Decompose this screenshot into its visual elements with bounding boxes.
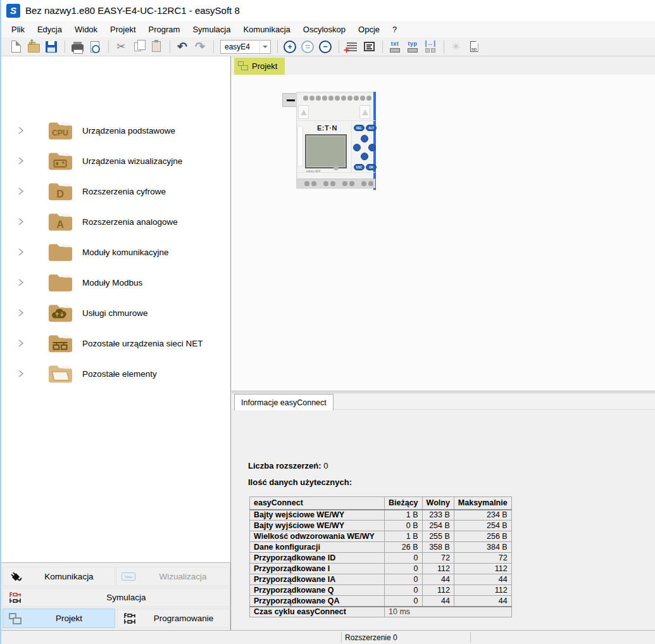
- chevron-right-icon[interactable]: [18, 248, 24, 256]
- extensions-count-value: 0: [323, 461, 328, 470]
- tree-item-label: Pozostałe elementy: [82, 369, 157, 379]
- typ-label: typ: [408, 41, 418, 47]
- tab-projekt-label: Projekt: [252, 61, 277, 71]
- view-programowanie-button[interactable]: Programowanie: [117, 609, 230, 628]
- redo-button[interactable]: ↷: [192, 39, 208, 54]
- chevron-right-icon[interactable]: [18, 156, 24, 165]
- tab-informacje-easyconnect[interactable]: Informacje easyConnect: [234, 394, 334, 410]
- easyconnect-table: easyConnect Bieżący Wolny Maksymalnie Ba…: [249, 496, 512, 617]
- menu-symulacja[interactable]: Symulacja: [186, 22, 237, 37]
- tree-item-moduly-komunikacyjne[interactable]: Moduły komunikacyjne: [1, 237, 230, 267]
- arrow-up-key: [361, 135, 368, 142]
- menu-help[interactable]: ?: [386, 22, 403, 37]
- extensions-count-label: Liczba rozszerzeń:: [248, 461, 321, 470]
- sd-card-button[interactable]: SD: [466, 39, 482, 54]
- tree-item-label: Moduły komunikacyjne: [82, 248, 169, 257]
- menu-opcje[interactable]: Opcje: [352, 22, 386, 37]
- folder-network-icon: [47, 331, 73, 355]
- printer-icon: [72, 44, 84, 52]
- title-bar: S Bez nazwy1.e80 EASY-E4-UC-12RC1 - easy…: [1, 0, 655, 21]
- tab-projekt[interactable]: Projekt: [234, 58, 285, 75]
- folder-cloud-icon: [47, 301, 73, 325]
- device-keypad: DEL ALT ESC OK: [351, 121, 377, 174]
- save-button[interactable]: [43, 39, 59, 54]
- copy-icon: [134, 42, 141, 51]
- print-preview-button[interactable]: [87, 39, 103, 54]
- view-projekt-button[interactable]: Projekt: [3, 609, 115, 628]
- tree-item-urzadzenia-wizualizacyjne[interactable]: Urządzenia wizualizacyjne: [1, 146, 230, 176]
- width-squares-icon: [425, 48, 435, 53]
- element-width-button[interactable]: |↔|: [422, 39, 439, 54]
- menu-komunikacja[interactable]: Komunikacja: [237, 22, 296, 37]
- menu-oscyloskop[interactable]: Oscyloskop: [297, 22, 352, 37]
- tree-item-moduly-modbus[interactable]: Moduły Modbus: [1, 267, 230, 298]
- tree-item-rozszerzenia-cyfrowe[interactable]: D Rozszerzenia cyfrowe: [1, 176, 230, 206]
- tree-item-label: Usługi chmurowe: [82, 308, 148, 318]
- tree-item-uslugi-chmurowe[interactable]: Usługi chmurowe: [1, 298, 230, 328]
- project-tree-icon: [238, 61, 249, 71]
- device-lcd-screen: [305, 134, 347, 168]
- ladder-simulation-icon: [7, 591, 23, 605]
- copy-button[interactable]: [130, 39, 147, 54]
- device-type-select[interactable]: easyE4: [220, 40, 271, 54]
- tree-item-pozostale-urzadzenia-net[interactable]: Pozostałe urządzenia sieci NET: [1, 328, 230, 358]
- tree-item-pozostale-elementy[interactable]: Pozostałe elementy: [1, 358, 230, 389]
- status-separator: [341, 632, 342, 643]
- folder-icon: [47, 270, 73, 294]
- project-tree-icon: [7, 613, 23, 624]
- zoom-out-button[interactable]: −: [317, 39, 334, 54]
- view-komunikacja-button[interactable]: Komunikacja: [3, 567, 115, 586]
- chevron-right-icon[interactable]: [18, 339, 24, 348]
- tree-item-rozszerzenia-analogowe[interactable]: A Rozszerzenia analogowe: [1, 206, 230, 237]
- undo-button[interactable]: ↶: [174, 39, 190, 54]
- menu-projekt[interactable]: Projekt: [104, 22, 142, 37]
- easyE4-device[interactable]: E:T·N easy-E4 DEL ALT ESC OK: [282, 92, 378, 189]
- toolbar-separator: [170, 41, 170, 53]
- project-canvas: Projekt E:T·N easy-E4 DEL ALT: [232, 56, 655, 391]
- status-extension-text: Rozszerzenie 0: [345, 633, 397, 642]
- chevron-right-icon[interactable]: [18, 308, 24, 317]
- width-arrow-icon: |↔|: [425, 41, 435, 47]
- zoom-out-icon: −: [319, 41, 332, 53]
- menu-program[interactable]: Program: [142, 22, 187, 37]
- chevron-right-icon[interactable]: [18, 278, 24, 287]
- show-type-button[interactable]: typ: [404, 39, 421, 54]
- menu-plik[interactable]: Plik: [5, 22, 31, 37]
- toolbar-separator: [339, 41, 339, 53]
- paste-button[interactable]: [148, 39, 165, 54]
- table-row: Przyporządkowane IA04444: [250, 574, 512, 585]
- view-switcher: Komunikacja Visu Wizualizacja Symulacja …: [1, 562, 231, 630]
- chevron-down-icon[interactable]: [259, 41, 270, 53]
- save-floppy-icon: [46, 41, 57, 53]
- project-info-button[interactable]: [361, 39, 377, 54]
- chevron-right-icon[interactable]: [18, 126, 24, 135]
- zoom-reset-button[interactable]: =: [299, 39, 316, 54]
- chevron-right-icon[interactable]: [18, 217, 24, 226]
- tree-item-label: Rozszerzenia analogowe: [82, 217, 178, 227]
- open-file-button[interactable]: [25, 39, 42, 54]
- view-wizualizacja-button: Visu Wizualizacja: [116, 567, 230, 586]
- print-preview-icon: [90, 41, 99, 53]
- zoom-in-button[interactable]: +: [282, 39, 298, 54]
- view-symulacja-button[interactable]: Symulacja: [3, 588, 230, 607]
- zoom-reset-icon: =: [301, 41, 314, 53]
- device-body: E:T·N easy-E4 DEL ALT ESC OK: [296, 92, 376, 189]
- typ-bar-icon: [408, 48, 418, 53]
- extensions-count-line: Liczba rozszerzeń: 0: [248, 461, 328, 470]
- cut-button[interactable]: ✂: [113, 39, 129, 54]
- show-text-button[interactable]: txt: [387, 39, 403, 54]
- cycle-time-label: Czas cyklu easyConnect: [250, 607, 385, 617]
- tree-item-urzadzenia-podstawowe[interactable]: CPU Urządzenia podstawowe: [1, 115, 230, 146]
- menu-bar: Plik Edycja Widok Projekt Program Symula…: [1, 21, 655, 37]
- menu-widok[interactable]: Widok: [68, 22, 104, 37]
- pou-display-button[interactable]: [343, 39, 359, 54]
- window-title: Bez nazwy1.e80 EASY-E4-UC-12RC1 - easySo…: [25, 5, 240, 16]
- alt-key: ALT: [366, 125, 377, 131]
- new-file-button[interactable]: [8, 39, 24, 54]
- view-programowanie-label: Programowanie: [138, 614, 229, 623]
- menu-edycja[interactable]: Edycja: [31, 22, 68, 37]
- chevron-right-icon[interactable]: [18, 369, 24, 378]
- din-clip: [297, 126, 303, 167]
- chevron-right-icon[interactable]: [18, 187, 24, 196]
- print-button[interactable]: [69, 39, 85, 54]
